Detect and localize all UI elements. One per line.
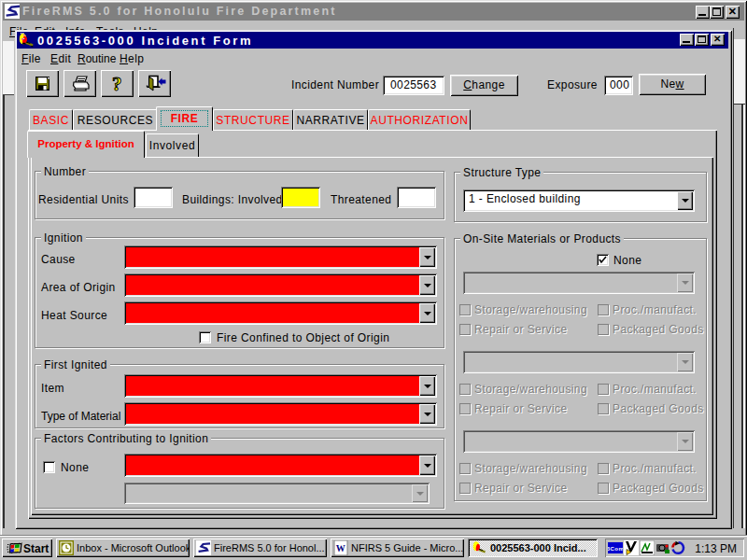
svg-text:3Com: 3Com	[608, 546, 623, 552]
svg-text:?: ?	[112, 73, 122, 95]
svg-text:W: W	[336, 543, 345, 553]
